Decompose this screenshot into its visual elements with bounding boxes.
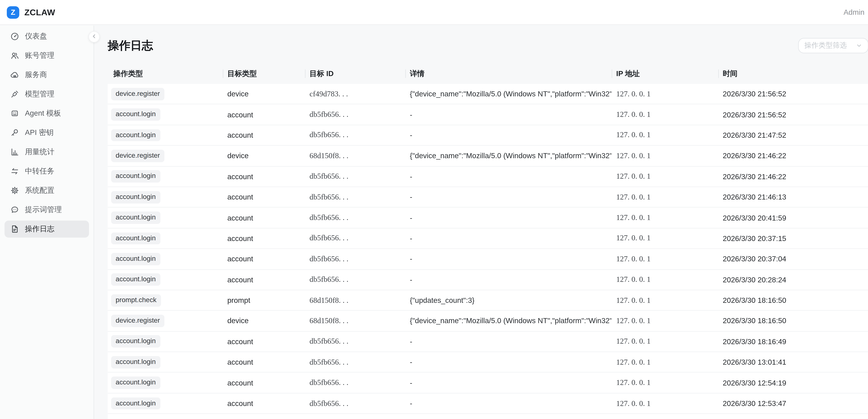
filter-placeholder: 操作类型筛选	[804, 41, 847, 51]
sidebar-item-relay-tasks[interactable]: 中转任务	[4, 163, 89, 180]
operation-type-tag: account.login	[111, 377, 160, 389]
detail-cell: -	[405, 234, 612, 243]
operation-type-tag: account.login	[111, 253, 160, 265]
ip-cell: 127. 0. 0. 1	[612, 399, 718, 408]
time-cell: 2026/3/30 12:54:19	[718, 379, 868, 387]
detail-cell: -	[405, 255, 612, 263]
table-row: device.registerdevicecf49d783. . .{"devi…	[107, 84, 868, 104]
ip-cell: 127. 0. 0. 1	[612, 378, 718, 387]
table-row: account.loginaccountdb5fb656. . .-127. 0…	[107, 352, 868, 373]
operation-type-tag: account.login	[111, 397, 160, 410]
time-cell: 2026/3/30 21:46:13	[718, 193, 868, 202]
ip-cell: 127. 0. 0. 1	[612, 192, 718, 202]
sidebar-item-label: 系统配置	[25, 185, 55, 196]
target-id-cell: db5fb656. . .	[305, 192, 405, 202]
table-row: account.loginaccountdb5fb656. . .-127. 0…	[107, 270, 868, 290]
operation-type-cell: account.login	[107, 191, 223, 203]
target-type-cell: account	[223, 337, 305, 346]
bar-chart-icon	[10, 147, 19, 156]
brand-logo-letter: Z	[11, 8, 15, 17]
sidebar: 仪表盘账号管理服务商模型管理Agent 模板API 密钥用量统计中转任务系统配置…	[0, 26, 94, 419]
operation-type-tag: prompt.check	[111, 294, 161, 306]
table-row: account.loginaccountdb5fb656. . .-127. 0…	[107, 125, 868, 146]
table-row: account.loginaccountdb5fb656. . .-127. 0…	[107, 208, 868, 228]
detail-cell: -	[405, 337, 612, 346]
column-header-6: 时间	[718, 64, 868, 84]
table-header-row: 操作类型目标类型目标 ID详情IP 地址时间	[107, 64, 868, 84]
target-id-cell: db5fb656. . .	[305, 213, 405, 222]
operation-type-filter-select[interactable]: 操作类型筛选	[798, 38, 868, 53]
detail-cell: -	[405, 110, 612, 119]
sidebar-item-prompts[interactable]: 提示词管理	[4, 201, 89, 218]
key-icon	[10, 128, 19, 137]
table-next-row-partial	[107, 414, 868, 419]
operation-type-tag: account.login	[111, 191, 160, 203]
detail-cell: -	[405, 213, 612, 222]
app-root: Z ZCLAW Admin 仪表盘账号管理服务商模型管理Agent 模板API …	[0, 0, 868, 419]
time-cell: 2026/3/30 21:47:52	[718, 131, 868, 140]
ip-cell: 127. 0. 0. 1	[612, 255, 718, 264]
sidebar-item-label: 账号管理	[25, 51, 55, 61]
table-row: account.loginaccountdb5fb656. . .-127. 0…	[107, 228, 868, 249]
time-cell: 2026/3/30 21:46:22	[718, 172, 868, 181]
table-row: device.registerdevice68d150f8. . .{"devi…	[107, 311, 868, 331]
cloud-icon	[10, 70, 19, 79]
operation-type-cell: account.login	[107, 129, 223, 141]
operation-type-tag: account.login	[111, 170, 160, 183]
time-cell: 2026/3/30 20:37:04	[718, 255, 868, 263]
main-content: 操作日志 操作类型筛选 操作类型目标类型目标 ID详情IP 地址时间 devic…	[95, 26, 868, 419]
target-type-cell: account	[223, 172, 305, 181]
sidebar-item-accounts[interactable]: 账号管理	[4, 47, 89, 64]
target-type-cell: account	[223, 131, 305, 140]
top-bar: Z ZCLAW Admin	[0, 0, 868, 25]
sidebar-item-dashboard[interactable]: 仪表盘	[4, 28, 89, 45]
sidebar-item-api-keys[interactable]: API 密钥	[4, 124, 89, 141]
detail-cell: -	[405, 193, 612, 202]
gear-icon	[10, 186, 19, 195]
detail-cell: {"device_name":"Mozilla/5.0 (Windows NT"…	[405, 90, 612, 98]
target-type-cell: account	[223, 379, 305, 387]
operation-type-tag: device.register	[111, 150, 164, 162]
column-header-4: 详情	[405, 64, 612, 84]
time-cell: 2026/3/30 12:53:47	[718, 399, 868, 408]
detail-cell: -	[405, 399, 612, 408]
operation-type-cell: account.login	[107, 377, 223, 389]
detail-cell: {"device_name":"Mozilla/5.0 (Windows NT"…	[405, 317, 612, 325]
time-cell: 2026/3/30 18:16:49	[718, 337, 868, 346]
sidebar-item-operation-logs[interactable]: 操作日志	[4, 220, 89, 238]
users-icon	[10, 51, 19, 60]
sidebar-item-label: 模型管理	[25, 89, 55, 99]
target-type-cell: device	[223, 152, 305, 160]
admin-user-menu[interactable]: Admin	[843, 8, 864, 17]
time-cell: 2026/3/30 21:56:52	[718, 90, 868, 98]
ip-cell: 127. 0. 0. 1	[612, 275, 718, 284]
operation-type-tag: account.login	[111, 335, 160, 348]
column-header-1: 操作类型	[107, 64, 223, 84]
operation-type-cell: account.login	[107, 356, 223, 368]
sidebar-item-agent-templates[interactable]: Agent 模板	[4, 105, 89, 122]
table-row: account.loginaccountdb5fb656. . .-127. 0…	[107, 167, 868, 187]
detail-cell: {"updates_count":3}	[405, 296, 612, 305]
sidebar-item-models[interactable]: 模型管理	[4, 86, 89, 102]
sidebar-item-usage-stats[interactable]: 用量统计	[4, 143, 89, 160]
sidebar-item-label: 中转任务	[25, 166, 55, 176]
chevron-left-icon	[91, 32, 97, 42]
target-type-cell: account	[223, 399, 305, 408]
sidebar-collapse-button[interactable]	[88, 31, 100, 42]
sidebar-item-providers[interactable]: 服务商	[4, 66, 89, 83]
table-row: device.registerdevice68d150f8. . .{"devi…	[107, 146, 868, 167]
target-id-cell: db5fb656. . .	[305, 275, 405, 284]
brand-logo-icon: Z	[7, 6, 19, 19]
chat-bubble-icon	[10, 205, 19, 214]
target-id-cell: db5fb656. . .	[305, 131, 405, 140]
detail-cell: -	[405, 358, 612, 366]
operation-type-tag: account.login	[111, 108, 160, 121]
ip-cell: 127. 0. 0. 1	[612, 234, 718, 243]
time-cell: 2026/3/30 20:41:59	[718, 213, 868, 222]
brand-name: ZCLAW	[24, 7, 55, 17]
operation-type-cell: device.register	[107, 150, 223, 162]
sidebar-item-system-config[interactable]: 系统配置	[4, 182, 89, 199]
ip-cell: 127. 0. 0. 1	[612, 358, 718, 367]
detail-cell: -	[405, 275, 612, 284]
target-type-cell: account	[223, 110, 305, 119]
